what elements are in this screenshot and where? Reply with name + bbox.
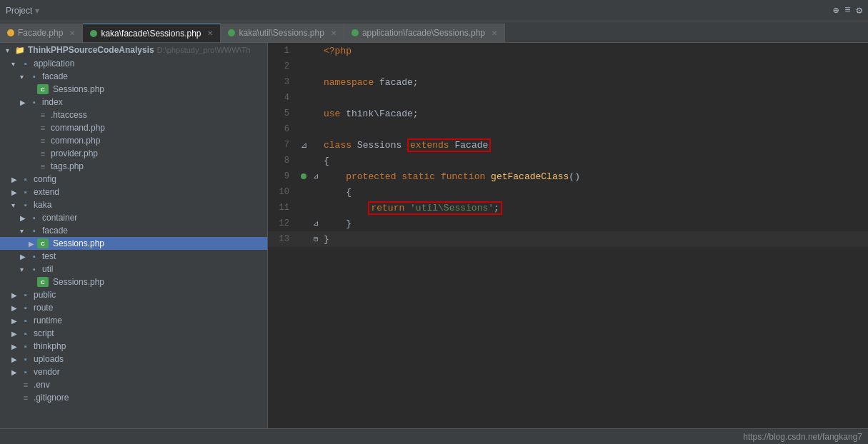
facade-kaka-folder-icon: ▪	[29, 226, 40, 236]
sidebar-item-thinkphp[interactable]: ▶ ▪ thinkphp	[0, 340, 267, 353]
tab-close-kaka-facade[interactable]: ✕	[207, 29, 213, 37]
vendor-label: vendor	[34, 367, 60, 377]
tab-application-facade-sessions[interactable]: application\facade\Sessions.php ✕	[344, 24, 505, 42]
uploads-arrow: ▶	[11, 355, 20, 363]
sidebar-item-index[interactable]: ▶ ▪ index	[0, 96, 267, 109]
project-arrow: ▾	[6, 46, 14, 54]
route-folder-icon: ▪	[20, 303, 31, 313]
sidebar-item-env[interactable]: ≡ .env	[0, 378, 267, 391]
sidebar-item-htaccess[interactable]: ≡ .htaccess	[0, 109, 267, 121]
tab-close-facade[interactable]: ✕	[69, 29, 75, 37]
command-label: command.php	[51, 123, 105, 133]
sidebar-item-sessions-util[interactable]: C Sessions.php	[0, 276, 267, 288]
sessions-kaka-icon: C	[37, 238, 49, 248]
line-number-2: 2	[268, 61, 296, 71]
htaccess-icon: ≡	[37, 110, 49, 120]
route-label: route	[34, 303, 53, 313]
sidebar-item-gitignore[interactable]: ≡ .gitignore	[0, 391, 267, 404]
project-folder-icon: 📁	[14, 45, 26, 55]
runtime-label: runtime	[34, 316, 62, 326]
code-editor[interactable]: 1 <?php 2 3 namespace facade;	[268, 43, 868, 428]
line-number-6: 6	[268, 124, 296, 134]
code-line-2: 2	[268, 59, 868, 74]
kaka-arrow: ▾	[11, 201, 20, 209]
add-icon[interactable]: ⊕	[833, 4, 839, 16]
config-label: config	[34, 174, 56, 184]
tab-close-app-facade[interactable]: ✕	[492, 29, 497, 37]
code-text-11: return 'util\Sessions';	[321, 201, 502, 215]
application-folder-icon: ▪	[20, 59, 31, 69]
sidebar-item-test[interactable]: ▶ ▪ test	[0, 250, 267, 263]
index-folder-icon: ▪	[29, 97, 40, 107]
tab-kaka-facade-sessions[interactable]: kaka\facade\Sessions.php ✕	[83, 24, 221, 42]
sidebar-project-root[interactable]: ▾ 📁 ThinkPHPSourceCodeAnalysis D:\phpstu…	[0, 43, 267, 57]
container-label: container	[42, 213, 77, 223]
code-line-10: 10 {	[268, 184, 868, 200]
line-number-11: 11	[268, 203, 296, 213]
extend-label: extend	[34, 187, 59, 197]
sidebar-item-script[interactable]: ▶ ▪ script	[0, 327, 267, 340]
sidebar-item-tags[interactable]: ≡ tags.php	[0, 160, 267, 173]
sidebar-item-sessions-app-facade[interactable]: C Sessions.php	[0, 83, 267, 96]
project-name: ThinkPHPSourceCodeAnalysis	[28, 45, 154, 55]
sidebar-item-common[interactable]: ≡ common.php	[0, 134, 267, 147]
settings-icon[interactable]: ⚙	[857, 4, 862, 16]
common-label: common.php	[51, 136, 100, 146]
index-arrow: ▶	[20, 99, 29, 106]
tab-icon-kaka-facade	[90, 30, 97, 37]
kaka-label: kaka	[34, 200, 51, 210]
code-line-9: 9 ⊿ protected static function getFacadeC…	[268, 168, 868, 184]
env-icon: ≡	[20, 380, 31, 390]
sidebar-item-config[interactable]: ▶ ▪ config	[0, 173, 267, 186]
sidebar-item-application[interactable]: ▾ ▪ application	[0, 57, 267, 70]
tab-label-kaka-util: kaka\util\Sessions.php	[239, 28, 324, 38]
main-content: ▾ 📁 ThinkPHPSourceCodeAnalysis D:\phpstu…	[0, 43, 868, 428]
tab-facade-php[interactable]: Facade.php ✕	[0, 24, 83, 42]
index-label: index	[42, 97, 63, 107]
line-number-7: 7	[268, 140, 296, 150]
sidebar-item-facade-kaka[interactable]: ▾ ▪ facade	[0, 224, 267, 237]
code-text-1: <?php	[321, 46, 351, 56]
sidebar-item-route[interactable]: ▶ ▪ route	[0, 301, 267, 314]
project-dropdown-icon[interactable]: ▾	[35, 6, 39, 16]
thinkphp-label: thinkphp	[34, 341, 66, 351]
facade-app-arrow: ▾	[20, 73, 29, 81]
code-line-3: 3 namespace facade;	[268, 74, 868, 90]
sidebar-item-public[interactable]: ▶ ▪ public	[0, 288, 267, 301]
code-text-2	[321, 61, 329, 72]
tab-kaka-util-sessions[interactable]: kaka\util\Sessions.php ✕	[221, 24, 344, 42]
sidebar-item-facade-app[interactable]: ▾ ▪ facade	[0, 70, 267, 83]
code-line-1: 1 <?php	[268, 43, 868, 59]
sidebar-item-command[interactable]: ≡ command.php	[0, 121, 267, 134]
provider-icon: ≡	[37, 148, 49, 158]
public-arrow: ▶	[11, 291, 20, 299]
code-text-7: class Sessions extends Facade	[321, 138, 491, 152]
util-arrow: ▾	[20, 266, 29, 273]
uploads-label: uploads	[34, 354, 64, 364]
sidebar-item-util[interactable]: ▾ ▪ util	[0, 263, 267, 276]
sidebar-item-vendor[interactable]: ▶ ▪ vendor	[0, 365, 267, 378]
code-text-6	[321, 124, 329, 135]
code-text-12: }	[321, 218, 351, 229]
sidebar-item-uploads[interactable]: ▶ ▪ uploads	[0, 353, 267, 365]
sidebar-item-container[interactable]: ▶ ▪ container	[0, 211, 267, 224]
code-line-8: 8 {	[268, 153, 868, 168]
sidebar-item-runtime[interactable]: ▶ ▪ runtime	[0, 314, 267, 327]
script-folder-icon: ▪	[20, 328, 31, 338]
code-text-13: }	[321, 234, 329, 245]
sessions-app-facade-icon: C	[37, 84, 49, 94]
public-label: public	[34, 290, 56, 300]
application-label: application	[34, 59, 74, 69]
uploads-folder-icon: ▪	[20, 354, 31, 364]
sidebar-item-kaka[interactable]: ▾ ▪ kaka	[0, 198, 267, 211]
sidebar-item-provider[interactable]: ≡ provider.php	[0, 147, 267, 160]
config-arrow: ▶	[11, 176, 20, 183]
structure-icon[interactable]: ≡	[844, 4, 850, 16]
project-label: Project	[6, 6, 32, 16]
tab-close-kaka-util[interactable]: ✕	[331, 29, 336, 37]
code-text-5: use think\Facade;	[321, 109, 419, 119]
sidebar-item-extend[interactable]: ▶ ▪ extend	[0, 186, 267, 198]
runtime-arrow: ▶	[11, 317, 20, 325]
facade-app-folder-icon: ▪	[29, 71, 40, 81]
sidebar-item-sessions-kaka[interactable]: ▶ C Sessions.php	[0, 237, 267, 250]
